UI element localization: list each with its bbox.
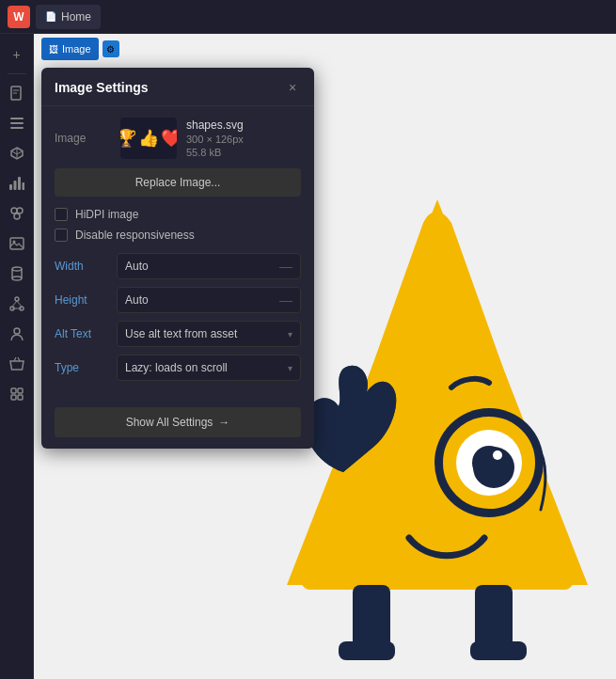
width-label: Width xyxy=(55,260,109,273)
responsiveness-checkbox-row[interactable]: Disable responsiveness xyxy=(55,229,301,242)
image-field-label: Image xyxy=(55,132,111,145)
sidebar-icon-plus[interactable]: + xyxy=(4,41,30,68)
svg-point-15 xyxy=(15,297,19,301)
image-info-row: Image 🏆 👍 ❤️ shapes.svg 300 × 126px 55.8… xyxy=(55,118,301,159)
responsiveness-label: Disable responsiveness xyxy=(75,229,195,242)
sidebar-icon-nodes[interactable] xyxy=(4,291,30,317)
alttext-arrow-icon: ▾ xyxy=(288,329,292,340)
svg-point-10 xyxy=(14,213,20,219)
svg-rect-3 xyxy=(10,127,24,129)
type-row: Type Lazy: loads on scroll ▾ xyxy=(55,355,301,381)
panel-body: Image 🏆 👍 ❤️ shapes.svg 300 × 126px 55.8… xyxy=(41,106,314,400)
close-icon: × xyxy=(289,80,296,95)
height-label: Height xyxy=(55,293,109,307)
svg-rect-23 xyxy=(353,585,390,651)
svg-rect-7 xyxy=(22,182,24,190)
home-tab[interactable]: 📄 Home xyxy=(36,5,101,29)
alttext-label: Alt Text xyxy=(55,327,109,340)
svg-rect-2 xyxy=(10,122,24,124)
sidebar: + xyxy=(0,34,34,679)
svg-rect-22 xyxy=(18,395,23,400)
svg-point-18 xyxy=(14,328,20,334)
svg-rect-20 xyxy=(18,388,23,393)
svg-rect-4 xyxy=(9,184,12,190)
svg-rect-25 xyxy=(475,585,513,651)
height-input[interactable]: Auto — xyxy=(117,287,301,313)
content-area: 🖼 Image ⚙ Image Settings × Image 🏆 xyxy=(34,34,616,679)
type-label: Type xyxy=(55,361,109,374)
home-tab-label: Home xyxy=(61,10,91,24)
responsiveness-checkbox[interactable] xyxy=(55,229,68,242)
sidebar-icon-image[interactable] xyxy=(4,230,30,257)
svg-point-32 xyxy=(493,450,502,460)
svg-rect-5 xyxy=(13,181,16,190)
width-dash: — xyxy=(279,259,292,274)
show-all-arrow-icon: → xyxy=(218,416,229,429)
show-all-label: Show All Settings xyxy=(126,416,213,429)
image-metadata: shapes.svg 300 × 126px 55.8 kB xyxy=(186,118,244,158)
sidebar-icon-page[interactable] xyxy=(4,80,30,106)
image-dimensions: 300 × 126px xyxy=(186,134,244,145)
panel-title: Image Settings xyxy=(55,80,149,95)
sidebar-icon-menu[interactable] xyxy=(4,110,30,136)
svg-rect-24 xyxy=(339,641,395,660)
sidebar-icon-user[interactable] xyxy=(4,321,30,347)
show-all-settings-button[interactable]: Show All Settings → xyxy=(55,407,301,437)
svg-rect-6 xyxy=(18,177,21,190)
type-value: Lazy: loads on scroll xyxy=(125,361,228,374)
image-tabbar: 🖼 Image ⚙ xyxy=(34,34,127,64)
panel-close-button[interactable]: × xyxy=(284,79,301,96)
svg-rect-1 xyxy=(10,118,24,119)
sidebar-icon-basket[interactable] xyxy=(4,351,30,377)
svg-rect-19 xyxy=(11,388,16,393)
hidpi-checkbox[interactable] xyxy=(55,208,68,221)
type-select[interactable]: Lazy: loads on scroll ▾ xyxy=(117,355,301,381)
sidebar-icon-cube[interactable] xyxy=(4,140,30,166)
height-dash: — xyxy=(279,292,292,308)
svg-point-9 xyxy=(17,208,23,213)
image-preview-thumbnail: 🏆 👍 ❤️ xyxy=(120,118,177,159)
width-row: Width Auto — xyxy=(55,253,301,279)
svg-rect-11 xyxy=(10,238,24,249)
replace-image-button[interactable]: Replace Image... xyxy=(55,168,301,197)
sidebar-icon-drops[interactable] xyxy=(4,200,30,227)
image-tab-icon: 🖼 xyxy=(49,44,58,55)
svg-point-13 xyxy=(12,267,22,271)
sidebar-icon-grid[interactable] xyxy=(4,381,30,407)
preview-icon-2: 👍 xyxy=(138,128,159,149)
alttext-select[interactable]: Use alt text from asset ▾ xyxy=(117,321,301,347)
sidebar-icon-chart[interactable] xyxy=(4,170,30,197)
height-row: Height Auto — xyxy=(55,287,301,313)
image-filesize: 55.8 kB xyxy=(186,147,244,158)
image-tab-settings-btn[interactable]: ⚙ xyxy=(103,40,119,57)
preview-icon-3: ❤️ xyxy=(161,128,177,149)
hidpi-label: HiDPI image xyxy=(75,208,138,221)
panel-header: Image Settings × xyxy=(41,68,314,106)
alttext-row: Alt Text Use alt text from asset ▾ xyxy=(55,321,301,347)
image-filename: shapes.svg xyxy=(186,118,244,132)
svg-rect-26 xyxy=(470,641,527,660)
svg-point-8 xyxy=(11,208,17,213)
settings-section: Width Auto — Height Auto — xyxy=(55,253,301,381)
hidpi-checkbox-row[interactable]: HiDPI image xyxy=(55,208,301,221)
image-tab-label: Image xyxy=(62,43,91,55)
alttext-value: Use alt text from asset xyxy=(125,327,237,340)
svg-point-31 xyxy=(472,446,506,480)
svg-point-14 xyxy=(12,276,22,280)
type-arrow-icon: ▾ xyxy=(288,363,292,373)
sidebar-icon-cylinder[interactable] xyxy=(4,261,30,287)
sidebar-divider-1 xyxy=(8,73,26,74)
image-tab[interactable]: 🖼 Image xyxy=(41,38,99,60)
width-input[interactable]: Auto — xyxy=(117,253,301,279)
mascot-svg xyxy=(287,171,588,679)
main-layout: + xyxy=(0,34,616,679)
topbar: W 📄 Home xyxy=(0,0,616,34)
app-logo: W xyxy=(8,6,30,28)
preview-icon-1: 🏆 xyxy=(120,128,136,149)
svg-rect-21 xyxy=(11,395,16,400)
home-tab-icon: 📄 xyxy=(45,11,56,22)
settings-gear-icon: ⚙ xyxy=(106,44,115,55)
image-settings-panel: Image Settings × Image 🏆 👍 ❤️ shapes.svg xyxy=(41,68,314,449)
